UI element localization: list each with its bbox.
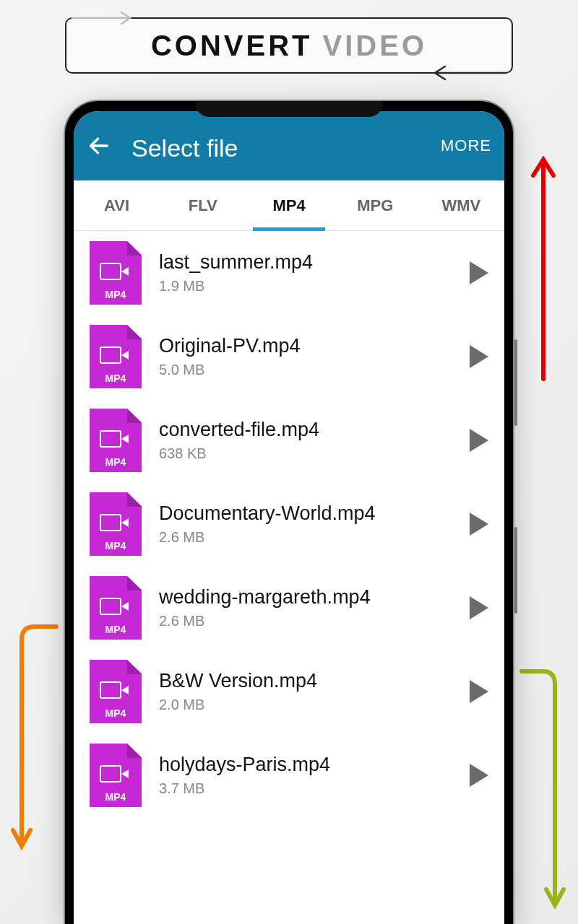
list-item[interactable]: MP4Original-PV.mp45.0 MB — [74, 315, 504, 398]
deco-arrow-orange-down-icon — [6, 619, 64, 865]
list-item[interactable]: MP4last_summer.mp41.9 MB — [74, 231, 504, 315]
list-item[interactable]: MP4Documentary-World.mp42.6 MB — [74, 482, 504, 566]
file-meta: Documentary-World.mp42.6 MB — [159, 502, 452, 546]
file-meta: wedding-margareth.mp42.6 MB — [159, 586, 452, 629]
file-size: 2.0 MB — [159, 697, 452, 713]
tab-label: AVI — [104, 196, 129, 215]
file-meta: B&W Version.mp42.0 MB — [159, 670, 452, 713]
banner-word-2: VIDEO — [323, 30, 427, 62]
banner-arrow-left-icon — [428, 64, 507, 82]
file-ext-label: MP4 — [90, 540, 142, 552]
tab-label: MPG — [357, 196, 393, 215]
file-size: 3.7 MB — [159, 780, 452, 797]
file-meta: last_summer.mp41.9 MB — [159, 251, 452, 295]
arrow-left-icon — [87, 134, 111, 158]
file-name: wedding-margareth.mp4 — [159, 586, 452, 609]
file-meta: holydays-Paris.mp43.7 MB — [159, 754, 452, 797]
file-size: 2.6 MB — [159, 529, 452, 546]
tab-mp4[interactable]: MP4 — [246, 180, 332, 230]
file-name: Documentary-World.mp4 — [159, 502, 452, 525]
tabs: AVI FLV MP4 MPG WMV — [74, 180, 504, 231]
back-button[interactable] — [87, 134, 111, 158]
file-ext-label: MP4 — [90, 707, 142, 719]
appbar: Select file MORE — [74, 111, 504, 180]
file-name: Original-PV.mp4 — [159, 335, 452, 357]
tab-avi[interactable]: AVI — [74, 180, 160, 230]
play-icon[interactable] — [470, 345, 488, 368]
play-icon[interactable] — [470, 429, 488, 452]
file-type-icon: MP4 — [90, 576, 142, 640]
file-type-icon: MP4 — [90, 660, 142, 723]
banner-arrow-right-icon — [71, 10, 136, 26]
appbar-title: Select file — [131, 130, 441, 162]
more-button[interactable]: MORE — [441, 136, 491, 155]
play-icon[interactable] — [470, 513, 488, 536]
tab-wmv[interactable]: WMV — [418, 180, 504, 230]
file-ext-label: MP4 — [90, 791, 142, 803]
play-icon[interactable] — [470, 261, 488, 284]
tab-flv[interactable]: FLV — [160, 180, 246, 230]
file-name: last_summer.mp4 — [159, 251, 452, 274]
deco-arrow-green-down-icon — [517, 664, 568, 924]
file-type-icon: MP4 — [90, 492, 142, 556]
file-list[interactable]: MP4last_summer.mp41.9 MBMP4Original-PV.m… — [74, 231, 504, 924]
file-ext-label: MP4 — [90, 372, 142, 384]
tab-mpg[interactable]: MPG — [332, 180, 418, 230]
file-name: converted-file.mp4 — [159, 419, 452, 441]
file-size: 638 KB — [159, 445, 452, 462]
list-item[interactable]: MP4converted-file.mp4638 KB — [74, 398, 504, 482]
file-meta: Original-PV.mp45.0 MB — [159, 335, 452, 378]
file-type-icon: MP4 — [90, 409, 142, 472]
play-icon[interactable] — [470, 680, 488, 703]
file-name: B&W Version.mp4 — [159, 670, 452, 692]
banner: CONVERT VIDEO — [65, 17, 513, 74]
file-name: holydays-Paris.mp4 — [159, 754, 452, 776]
file-type-icon: MP4 — [90, 325, 142, 388]
phone-frame: Select file MORE AVI FLV MP4 MPG WMV MP4… — [65, 101, 513, 924]
file-size: 2.6 MB — [159, 613, 452, 629]
tab-label: FLV — [189, 196, 217, 215]
banner-word-1: CONVERT — [151, 30, 313, 62]
file-ext-label: MP4 — [90, 624, 142, 635]
tab-label: WMV — [442, 196, 481, 215]
file-type-icon: MP4 — [90, 744, 142, 807]
file-size: 5.0 MB — [159, 362, 452, 378]
tab-label: MP4 — [272, 196, 305, 215]
screen: Select file MORE AVI FLV MP4 MPG WMV MP4… — [74, 111, 504, 924]
file-ext-label: MP4 — [90, 456, 142, 468]
file-meta: converted-file.mp4638 KB — [159, 419, 452, 462]
play-icon[interactable] — [470, 764, 488, 787]
deco-arrow-red-up-icon — [522, 141, 565, 386]
file-size: 1.9 MB — [159, 278, 452, 295]
file-type-icon: MP4 — [90, 241, 142, 305]
list-item[interactable]: MP4B&W Version.mp42.0 MB — [74, 650, 504, 733]
file-ext-label: MP4 — [90, 289, 142, 300]
play-icon[interactable] — [470, 596, 488, 619]
list-item[interactable]: MP4wedding-margareth.mp42.6 MB — [74, 566, 504, 650]
list-item[interactable]: MP4holydays-Paris.mp43.7 MB — [74, 733, 504, 817]
